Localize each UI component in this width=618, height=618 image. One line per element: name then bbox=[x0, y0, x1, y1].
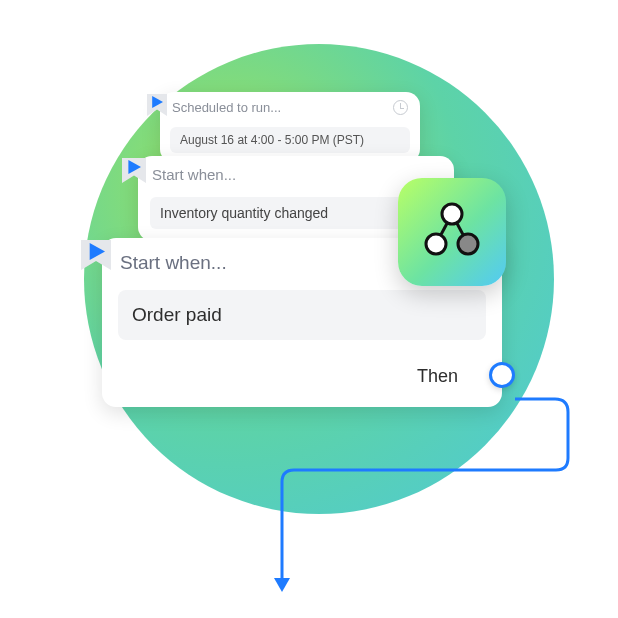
node-graph-icon bbox=[416, 196, 488, 268]
card-scheduled-title: Scheduled to run... bbox=[172, 100, 281, 115]
card-trigger-front-then: Then bbox=[102, 350, 502, 407]
card-trigger-front-value[interactable]: Order paid bbox=[118, 290, 486, 340]
svg-point-6 bbox=[426, 234, 446, 254]
arrow-down-icon bbox=[274, 578, 290, 592]
app-badge bbox=[398, 178, 506, 286]
svg-marker-1 bbox=[128, 160, 141, 174]
svg-marker-0 bbox=[152, 96, 163, 108]
svg-point-7 bbox=[458, 234, 478, 254]
svg-point-5 bbox=[442, 204, 462, 224]
then-output-port[interactable] bbox=[489, 362, 515, 388]
clock-icon bbox=[393, 100, 408, 115]
card-scheduled: Scheduled to run... August 16 at 4:00 - … bbox=[160, 92, 420, 163]
then-label: Then bbox=[417, 366, 458, 386]
card-scheduled-value: August 16 at 4:00 - 5:00 PM (PST) bbox=[170, 127, 410, 153]
svg-marker-2 bbox=[90, 243, 105, 260]
